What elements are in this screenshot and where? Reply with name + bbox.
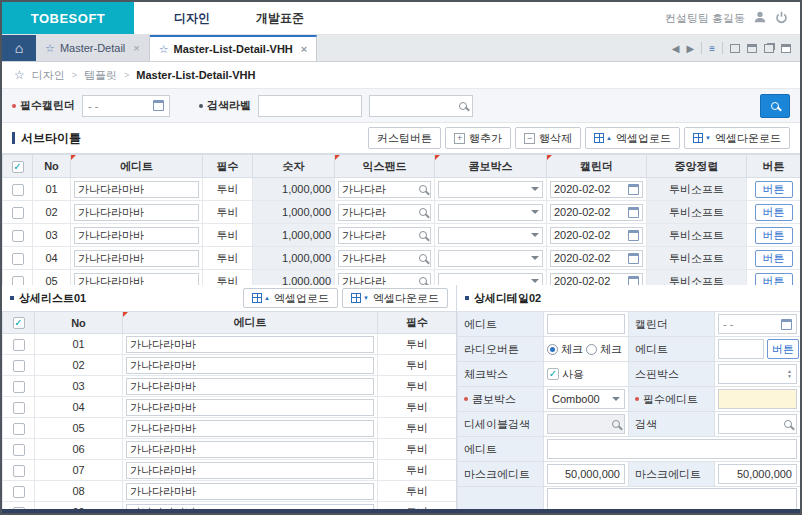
breadcrumb-item[interactable]: 디자인 bbox=[32, 68, 65, 83]
calendar-cell[interactable]: 2020-02-02 bbox=[550, 181, 643, 198]
edit-cell-input[interactable] bbox=[126, 441, 374, 458]
column-header-edit[interactable]: 에디트 bbox=[123, 312, 378, 334]
combo-cell[interactable] bbox=[438, 250, 543, 267]
column-header-no[interactable]: No bbox=[33, 155, 71, 178]
edit-cell-input[interactable] bbox=[126, 336, 374, 353]
person-icon[interactable] bbox=[753, 10, 767, 26]
custom-button[interactable]: 커스텀버튼 bbox=[368, 127, 441, 149]
edit-cell-input[interactable] bbox=[126, 462, 374, 479]
edit-cell-input[interactable] bbox=[126, 483, 374, 500]
row-checkbox[interactable] bbox=[13, 465, 25, 477]
edit-cell-input[interactable] bbox=[74, 250, 199, 267]
calendar-cell[interactable]: 2020-02-02 bbox=[550, 227, 643, 244]
window-cascade-icon[interactable] bbox=[764, 44, 774, 53]
column-header-expand[interactable]: 익스팬드 bbox=[335, 155, 435, 178]
cell-button[interactable]: 버튼 bbox=[755, 204, 793, 221]
window-tile-icon[interactable] bbox=[781, 44, 791, 53]
bookmark-star-icon[interactable]: ☆ bbox=[14, 68, 25, 82]
calendar-icon[interactable] bbox=[153, 100, 164, 111]
keyword-search-input-2[interactable] bbox=[369, 95, 473, 117]
edit-cell-input[interactable] bbox=[74, 227, 199, 244]
favorite-star-icon[interactable]: ☆ bbox=[159, 43, 169, 56]
row-checkbox[interactable] bbox=[13, 444, 25, 456]
mask-edit-field-1[interactable] bbox=[547, 464, 625, 484]
row-checkbox[interactable] bbox=[12, 276, 24, 285]
combo-cell[interactable] bbox=[438, 204, 543, 221]
edit-cell-input[interactable] bbox=[126, 399, 374, 416]
window-layout-icon-1[interactable] bbox=[730, 44, 740, 53]
calendar-cell[interactable]: 2020-02-02 bbox=[550, 204, 643, 221]
close-icon[interactable]: × bbox=[133, 42, 139, 54]
edit-field[interactable] bbox=[547, 314, 625, 334]
column-header-combo[interactable]: 콤보박스 bbox=[435, 155, 547, 178]
expand-cell[interactable]: 가나다라 bbox=[338, 273, 431, 286]
column-header-center[interactable]: 중앙정렬 bbox=[647, 155, 747, 178]
window-layout-icon-2[interactable] bbox=[747, 44, 757, 53]
search-button[interactable] bbox=[760, 94, 790, 118]
excel-upload-button[interactable]: ▲엑셀업로드 bbox=[585, 127, 680, 149]
row-checkbox[interactable] bbox=[13, 339, 25, 351]
select-all-checkbox[interactable]: ✓ bbox=[13, 317, 25, 329]
expand-cell[interactable]: 가나다라 bbox=[338, 204, 431, 221]
form-button[interactable]: 버튼 bbox=[767, 339, 799, 359]
tab-master-detail[interactable]: ☆ Master-Detail × bbox=[36, 35, 150, 61]
column-header-calendar[interactable]: 캘린더 bbox=[547, 155, 647, 178]
column-header-button[interactable]: 버튼 bbox=[747, 155, 801, 178]
cell-button[interactable]: 버튼 bbox=[755, 273, 793, 286]
row-checkbox[interactable] bbox=[13, 486, 25, 498]
column-header-no[interactable]: No bbox=[35, 312, 123, 334]
spin-field[interactable]: ▲▼ bbox=[718, 364, 797, 384]
expand-cell[interactable]: 가나다라 bbox=[338, 250, 431, 267]
logout-power-icon[interactable] bbox=[775, 11, 788, 26]
row-checkbox[interactable] bbox=[13, 402, 25, 414]
edit-cell-input[interactable] bbox=[74, 181, 199, 198]
cell-button[interactable]: 버튼 bbox=[755, 250, 793, 267]
combo-cell[interactable] bbox=[438, 227, 543, 244]
menu-item-dev-standard[interactable]: 개발표준 bbox=[256, 10, 304, 27]
radio-unselected[interactable] bbox=[586, 344, 597, 355]
cell-button[interactable]: 버튼 bbox=[755, 227, 793, 244]
edit-cell-input[interactable] bbox=[126, 420, 374, 437]
breadcrumb-item[interactable]: 템플릿 bbox=[84, 68, 117, 83]
close-icon[interactable]: × bbox=[301, 43, 307, 55]
edit-cell-input[interactable] bbox=[74, 204, 199, 221]
search-field[interactable] bbox=[718, 414, 797, 434]
calendar-cell[interactable]: 2020-02-02 bbox=[550, 250, 643, 267]
excel-download-button[interactable]: ▼엑셀다운로드 bbox=[684, 127, 790, 149]
edit-field-wide[interactable] bbox=[547, 439, 797, 459]
column-header-required[interactable]: 필수 bbox=[203, 155, 253, 178]
row-checkbox[interactable] bbox=[13, 423, 25, 435]
edit-field-small[interactable] bbox=[718, 339, 764, 359]
excel-download-button[interactable]: ▼엑셀다운로드 bbox=[342, 288, 448, 308]
row-checkbox[interactable] bbox=[12, 253, 24, 265]
required-edit-field[interactable] bbox=[718, 389, 797, 409]
filter-date-input[interactable]: - - bbox=[82, 95, 170, 117]
combo-cell[interactable] bbox=[438, 273, 543, 286]
column-header-required[interactable]: 필수 bbox=[378, 312, 457, 334]
calendar-field[interactable]: - - bbox=[718, 314, 797, 334]
expand-cell[interactable]: 가나다라 bbox=[338, 227, 431, 244]
favorite-star-icon[interactable]: ☆ bbox=[45, 42, 55, 55]
tab-list-icon[interactable]: ≡ bbox=[709, 43, 715, 54]
row-checkbox[interactable] bbox=[13, 381, 25, 393]
next-tab-icon[interactable]: ▶ bbox=[686, 43, 694, 54]
calendar-cell[interactable]: 2020-02-02 bbox=[550, 273, 643, 286]
excel-upload-button[interactable]: ▲엑셀업로드 bbox=[243, 288, 338, 308]
tab-master-list-detail-vhh[interactable]: ☆ Master-List-Detail-VHH × bbox=[150, 35, 318, 61]
delete-row-button[interactable]: −행삭제 bbox=[515, 127, 581, 149]
edit-cell-input[interactable] bbox=[126, 378, 374, 395]
row-checkbox[interactable] bbox=[13, 360, 25, 372]
use-checkbox[interactable]: ✓ bbox=[547, 368, 559, 380]
radio-selected[interactable] bbox=[547, 344, 558, 355]
cell-button[interactable]: 버튼 bbox=[755, 181, 793, 198]
menu-item-design[interactable]: 디자인 bbox=[174, 10, 210, 27]
expand-cell[interactable]: 가나다라 bbox=[338, 181, 431, 198]
column-header-number[interactable]: 숫자 bbox=[253, 155, 335, 178]
prev-tab-icon[interactable]: ◀ bbox=[672, 43, 680, 54]
select-all-checkbox[interactable]: ✓ bbox=[12, 161, 24, 173]
home-button[interactable]: ⌂ bbox=[2, 35, 36, 61]
mask-edit-field-2[interactable] bbox=[718, 464, 797, 484]
row-checkbox[interactable] bbox=[12, 207, 24, 219]
add-row-button[interactable]: +행추가 bbox=[445, 127, 511, 149]
edit-cell-input[interactable] bbox=[74, 273, 199, 286]
